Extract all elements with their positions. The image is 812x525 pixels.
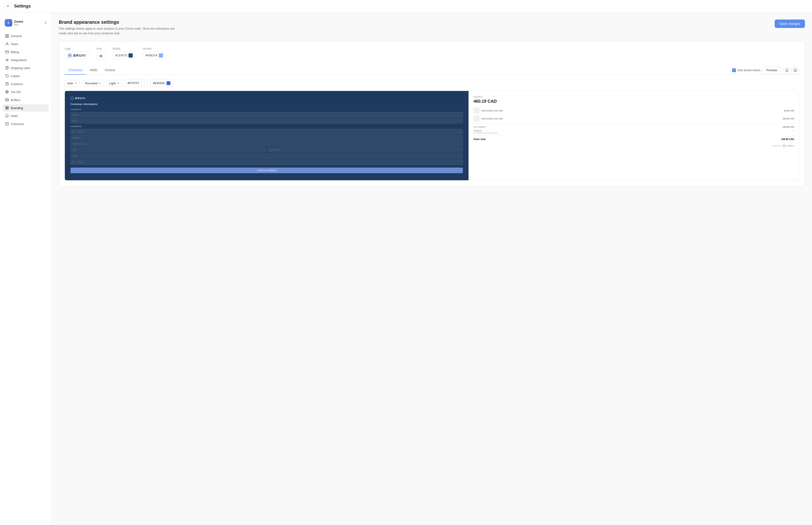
shipping-value: – xyxy=(793,130,794,134)
phone-flag-icon: 🏴 xyxy=(73,161,75,163)
brand-color-hex: #1E4D78 xyxy=(116,54,127,57)
name-input[interactable]: Name xyxy=(71,112,463,117)
checkout-form-title: Customer information xyxy=(71,103,463,106)
sidebar-item-branding[interactable]: Branding xyxy=(3,104,49,111)
email-input[interactable]: Email xyxy=(71,118,463,123)
logo-circle-icon xyxy=(68,53,72,58)
product-price-1: 49.60 CAD xyxy=(784,109,794,112)
style-controls: Inter ▼ Rounded ▼ Light ▼ #FFFFFF xyxy=(65,79,799,87)
tab-invoice[interactable]: Invoice xyxy=(101,66,119,75)
continue-shipping-button[interactable]: Continue to shipping xyxy=(71,168,463,173)
account-info: Zonos 909 xyxy=(14,20,44,26)
accent-preview-swatch xyxy=(166,81,171,85)
sidebar-item-hello[interactable]: Hello xyxy=(3,112,49,120)
page-header: Brand appearance settings The settings b… xyxy=(59,19,805,35)
postal-input[interactable]: Postal code xyxy=(267,147,463,152)
order-total-row: Order total 249.60 CAD xyxy=(473,138,794,140)
app-window: ✕ Settings Z Zonos 909 ⇅ General xyxy=(0,0,812,525)
product-thumbnail-1 xyxy=(473,108,479,114)
sidebar-item-customs[interactable]: Customs xyxy=(3,80,49,88)
sidebar-item-team[interactable]: Team xyxy=(3,40,49,48)
brand-icon xyxy=(5,106,9,110)
theme-select[interactable]: Light ▼ xyxy=(107,80,122,87)
brand-colors-label: Use brand colors xyxy=(737,69,760,72)
bg-color-swatch xyxy=(141,81,145,85)
svg-rect-1 xyxy=(7,34,9,36)
package-icon xyxy=(5,66,9,70)
logo-text: BRUVI xyxy=(73,54,86,57)
brand-fields: Logo BRUVI Icon ⊕ Brand #1E4D78 xyxy=(65,47,799,60)
shape-value: Rounded xyxy=(85,81,97,85)
tabs: Checkout Hello Invoice xyxy=(65,66,119,75)
svg-point-4 xyxy=(6,43,8,44)
checkout-preview: BRUVI Customer information Contact Name … xyxy=(65,91,799,180)
sidebar-item-label: Tax IDs xyxy=(11,90,21,94)
city-input[interactable]: City xyxy=(71,147,266,152)
svg-rect-26 xyxy=(786,69,788,72)
bg-color-hex: #FFFFFF xyxy=(127,81,140,85)
desktop-icon[interactable] xyxy=(792,67,799,74)
address-input[interactable]: Address xyxy=(71,135,463,140)
sidebar-item-shipping-rates[interactable]: Shipping rates xyxy=(3,64,49,72)
svg-rect-0 xyxy=(5,34,7,36)
sidebar-item-tax-ids[interactable]: Tax IDs xyxy=(3,88,49,96)
page-title-section: Brand appearance settings The settings b… xyxy=(59,19,181,35)
sidebar-item-general[interactable]: General xyxy=(3,32,49,40)
chevron-updown-icon: ⇅ xyxy=(44,21,47,25)
brand-colors-checkbox[interactable]: ✓ xyxy=(732,69,736,72)
svg-point-33 xyxy=(784,145,784,146)
theme-value: Light xyxy=(109,81,116,85)
checkout-form-panel: BRUVI Customer information Contact Name … xyxy=(65,91,469,180)
window-title: Settings xyxy=(14,4,31,9)
account-id: 909 xyxy=(14,23,44,26)
save-changes-button[interactable]: Save changes xyxy=(775,19,805,28)
state-select[interactable]: State ▾ xyxy=(71,153,463,159)
tab-checkout[interactable]: Checkout xyxy=(65,66,86,75)
icon-display[interactable]: ⊕ xyxy=(96,52,105,60)
sidebar-item-buffers[interactable]: Buffers xyxy=(3,96,49,104)
phone-label: Phone xyxy=(77,161,83,163)
order-summary-panel: Pay Bruvi 460.19 CAD Best product ever s… xyxy=(469,91,799,180)
order-total-value: 249.60 CAD xyxy=(781,138,794,140)
stack-icon xyxy=(5,98,9,102)
brand-color-swatch[interactable]: #1E4D78 xyxy=(113,52,136,59)
sidebar-item-integrations[interactable]: Integrations xyxy=(3,56,49,64)
accent-color-picker[interactable]: #445EEE xyxy=(150,79,173,87)
mobile-icon[interactable] xyxy=(783,67,791,74)
logo-label: Logo xyxy=(65,47,89,50)
accent-color-swatch[interactable]: #89B2FA xyxy=(143,52,166,59)
device-icons xyxy=(783,67,799,74)
font-select[interactable]: Inter ▼ xyxy=(65,80,80,87)
page-title: Brand appearance settings xyxy=(59,19,181,25)
sidebar-item-billing[interactable]: Billing xyxy=(3,48,49,56)
preview-button[interactable]: Preview xyxy=(763,67,781,74)
sidebar-item-labels[interactable]: Labels xyxy=(3,72,49,80)
font-chevron-icon: ▼ xyxy=(75,82,77,85)
order-pay-label: Pay Bruvi xyxy=(473,96,794,98)
shape-select[interactable]: Rounded ▼ xyxy=(82,80,104,87)
account-section[interactable]: Z Zonos 909 ⇅ xyxy=(3,17,49,28)
sidebar-nav: General Team Billing xyxy=(3,32,49,127)
brand-field-group: Brand #1E4D78 xyxy=(113,47,136,59)
sidebar-item-checkout[interactable]: Checkout xyxy=(3,120,49,127)
zonos-label: ZONOS xyxy=(786,145,794,147)
checkout-logo-text: BRUVI xyxy=(75,97,86,100)
tab-hello[interactable]: Hello xyxy=(86,66,101,75)
sidebar-item-label: Integrations xyxy=(11,58,27,62)
logo-display[interactable]: BRUVI xyxy=(65,52,89,59)
svg-rect-19 xyxy=(7,106,9,108)
sidebar: Z Zonos 909 ⇅ General xyxy=(0,13,52,525)
svg-rect-3 xyxy=(7,36,9,38)
link-icon xyxy=(5,58,9,62)
country-select[interactable]: 🏴 Country ▾ xyxy=(71,129,463,134)
use-brand-colors-toggle[interactable]: ✓ Use brand colors xyxy=(732,69,760,72)
preview-area: BRUVI Customer information Contact Name … xyxy=(65,91,799,180)
accent-color-box xyxy=(159,53,163,58)
bg-color-picker[interactable]: #FFFFFF xyxy=(125,79,148,87)
cart-subtotal-value: 249.60 CAD xyxy=(783,126,794,128)
contact-section-label: Contact xyxy=(71,108,463,111)
address-line2-input[interactable]: Address line 2 xyxy=(71,141,463,146)
hello-icon xyxy=(5,114,9,118)
phone-input[interactable]: 🏴 Phone xyxy=(71,160,463,165)
close-button[interactable]: ✕ xyxy=(5,3,11,10)
